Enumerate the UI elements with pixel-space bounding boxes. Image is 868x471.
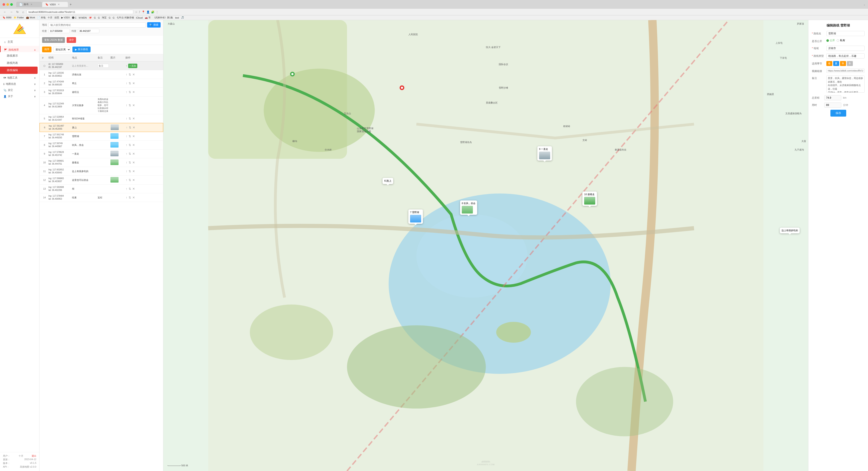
row-7-thumbnail[interactable] xyxy=(111,133,119,139)
bookmark-work[interactable]: 💼 Work xyxy=(26,16,35,19)
row-14-up[interactable]: ↑ xyxy=(125,195,128,199)
bookmark-mdn[interactable]: M MDN xyxy=(79,17,87,19)
row-11-sort[interactable]: ⇅ xyxy=(128,169,131,173)
sidebar-section-about[interactable]: 👤 关于 ∨ xyxy=(0,92,39,99)
row-8-up[interactable]: ↑ xyxy=(125,143,128,147)
row-5-sort[interactable]: ⇅ xyxy=(128,117,131,120)
season-autumn-btn[interactable]: 秋 xyxy=(840,61,846,66)
private-option[interactable]: 私有 xyxy=(837,39,845,42)
back-button[interactable]: ← xyxy=(3,10,7,14)
row-14-delete[interactable]: ✕ xyxy=(132,195,135,199)
row-1-delete[interactable]: ✕ xyxy=(132,72,135,76)
row-6-delete[interactable]: ✕ xyxy=(132,126,135,129)
mode-select[interactable]: 最短距离 xyxy=(53,47,71,52)
bookmark-g3[interactable]: G xyxy=(109,17,111,19)
private-radio[interactable] xyxy=(837,39,839,42)
row-8-delete[interactable]: ✕ xyxy=(132,143,135,147)
region-input[interactable] xyxy=(826,46,865,51)
forward-button[interactable]: → xyxy=(9,10,14,14)
tab-lushu[interactable]: 📄 路书 ✕ xyxy=(16,2,42,7)
total-dist-input[interactable] xyxy=(824,95,841,100)
bookmark-zipa[interactable]: 丝芭 xyxy=(55,16,59,19)
row-2-up[interactable]: ↑ xyxy=(125,81,128,85)
row-3-delete[interactable]: ✕ xyxy=(132,90,135,94)
season-summer-btn[interactable]: 夏 xyxy=(833,61,839,66)
bookmark-qiniu[interactable]: 七牛云-对象存储 xyxy=(117,16,134,19)
sidebar-section-map-tools[interactable]: 🗺 地图工具 ∨ xyxy=(0,74,39,80)
row-10-thumbnail[interactable] xyxy=(111,159,119,165)
row-11-delete[interactable]: ✕ xyxy=(132,169,135,173)
extension-icon[interactable]: 🧩 xyxy=(151,10,154,14)
sidebar-item-home[interactable]: ⌂ 主页 xyxy=(0,38,39,46)
row-10-delete[interactable]: ✕ xyxy=(132,161,135,164)
row-11-up[interactable]: ↑ xyxy=(125,169,128,173)
tab-v2ex[interactable]: 🔖 V2EX ✕ xyxy=(42,2,68,7)
map-area[interactable]: 大森山 罗家顶 人民医院 恒大·金碧天下 上东屯 下东屯 国际会议 雪野沙滩 景… xyxy=(163,20,808,471)
bookmark-october[interactable]: 十月 xyxy=(48,16,52,19)
new-tab-button[interactable]: + xyxy=(68,3,73,6)
bookmark-local[interactable]: 📄 本地 xyxy=(37,16,45,19)
row-5-delete[interactable]: ✕ xyxy=(132,117,135,120)
row-1-up[interactable]: ↑ xyxy=(125,72,128,76)
row-6-sort[interactable]: ⇅ xyxy=(128,126,132,129)
bookmark-g4[interactable]: G xyxy=(113,17,115,19)
season-spring-btn[interactable]: 春 xyxy=(826,61,832,66)
close-window-btn[interactable] xyxy=(3,3,5,6)
type-input[interactable] xyxy=(826,53,865,59)
sidebar-item-route-display[interactable]: 路线展示 xyxy=(0,52,39,59)
row-9-thumbnail[interactable] xyxy=(111,151,119,156)
address-input[interactable] xyxy=(27,10,133,14)
sidebar-item-route-list[interactable]: 路线列表 xyxy=(0,59,39,67)
row-12-sort[interactable]: ⇅ xyxy=(128,178,131,182)
lat-input[interactable] xyxy=(78,29,99,33)
row-6-up[interactable]: ↑ xyxy=(126,126,128,129)
minimize-window-btn[interactable] xyxy=(6,3,9,6)
time-input[interactable] xyxy=(824,102,841,107)
save-button[interactable]: 保存 xyxy=(830,110,846,117)
address-field-input[interactable] xyxy=(49,23,146,28)
bookmark-g1[interactable]: G xyxy=(94,17,96,19)
season-winter-btn[interactable]: 冬 xyxy=(847,61,853,66)
row-7-delete[interactable]: ✕ xyxy=(132,134,135,138)
sidebar-section-map-info[interactable]: ℹ 地图信息 ∨ xyxy=(0,80,39,86)
profile-icon[interactable]: 👤 xyxy=(146,10,150,14)
row-12-thumbnail[interactable] xyxy=(111,177,119,183)
row-10-up[interactable]: ↑ xyxy=(125,161,128,164)
row-13-up[interactable]: ↑ xyxy=(125,187,128,191)
bookmark-text[interactable]: text xyxy=(175,17,179,19)
bookmark-icloud[interactable]: iCloud xyxy=(136,17,143,19)
row-4-delete[interactable]: ✕ xyxy=(132,103,135,107)
row-7-sort[interactable]: ⇅ xyxy=(128,134,131,138)
maximize-window-btn[interactable] xyxy=(10,3,13,6)
bookmark-c[interactable]: 🅒 C xyxy=(72,17,77,19)
row-12-delete[interactable]: ✕ xyxy=(132,178,135,182)
logout-button[interactable]: 退出 xyxy=(32,454,36,458)
bookmark-wulin[interactable]: 《武林外传》第1集 xyxy=(153,16,173,19)
reverse-button[interactable]: 倒序 xyxy=(42,46,52,52)
bookmark-folder[interactable]: 📁 Folder xyxy=(14,16,24,19)
move-up-header[interactable]: ↑ xyxy=(125,64,128,68)
lng-input[interactable] xyxy=(49,29,70,33)
row-4-up[interactable]: ↑ xyxy=(125,103,128,107)
row-4-sort[interactable]: ⇅ xyxy=(128,103,131,107)
sidebar-section-other[interactable]: 📎 其它 ∨ xyxy=(0,86,39,92)
row-5-up[interactable]: ↑ xyxy=(125,117,128,120)
home-button[interactable]: ⌂ xyxy=(21,10,25,14)
row-3-up[interactable]: ↑ xyxy=(125,90,128,94)
search-button[interactable]: 🔍 搜索 xyxy=(147,22,161,28)
row-14-sort[interactable]: ⇅ xyxy=(128,195,131,199)
tab-v2ex-close[interactable]: ✕ xyxy=(58,3,60,5)
clear-button[interactable]: 清空 xyxy=(67,37,76,43)
row-7-up[interactable]: ↑ xyxy=(125,134,128,138)
row-13-delete[interactable]: ✕ xyxy=(132,187,135,191)
tab-lushu-close[interactable]: ✕ xyxy=(31,3,32,5)
row-10-sort[interactable]: ⇅ xyxy=(128,161,131,164)
bookmark-v2ex[interactable]: ▶ V2EX xyxy=(61,16,70,19)
copy-json-button[interactable]: 复制 JSON 数据 xyxy=(42,37,65,43)
public-option[interactable]: 公开 xyxy=(826,39,835,42)
row-3-sort[interactable]: ⇅ xyxy=(128,90,131,94)
location-icon[interactable]: 📍 xyxy=(142,10,145,14)
public-radio[interactable] xyxy=(826,39,829,42)
window-expand-icon[interactable]: ⌄ xyxy=(863,3,865,6)
row-note-header[interactable] xyxy=(97,63,110,68)
